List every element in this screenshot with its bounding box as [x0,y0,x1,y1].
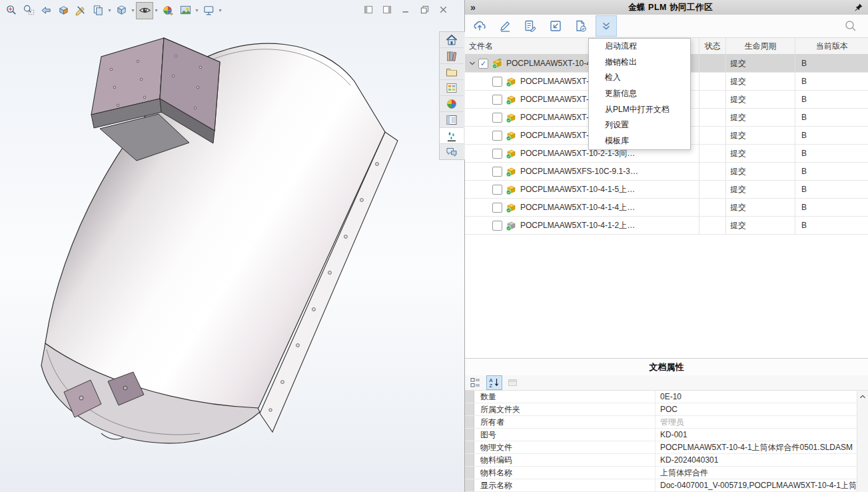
row-checkbox[interactable] [478,59,488,69]
task-tab-file-explorer[interactable] [440,64,464,80]
task-tab-view-palette[interactable] [440,80,464,96]
menu-item-0[interactable]: 启动流程 [589,39,690,55]
version-cell: B [795,91,868,108]
chevron-down-icon[interactable]: ▾ [107,7,113,13]
menu-item-4[interactable]: 从PLM中打开文档 [589,102,690,118]
close-button[interactable] [436,3,450,16]
property-row[interactable]: 物料编码KD-2024040301 [465,454,857,467]
document-check-button[interactable] [570,15,592,37]
chevron-down-icon[interactable]: ▾ [130,7,136,13]
previous-view-button[interactable] [37,2,55,19]
table-row[interactable]: POCPLMAAW5XT-10-4-1-4上…提交B [465,199,868,217]
properties-scrollbar[interactable] [857,391,868,492]
menu-item-3[interactable]: 更新信息 [589,86,690,102]
part-file-icon [506,202,517,213]
property-row[interactable]: 所有者管理员 [465,416,857,429]
pin-icon[interactable] [848,3,868,13]
zoom-to-fit-button[interactable] [3,2,20,19]
restore-button[interactable] [418,3,432,16]
upload-button[interactable] [469,15,490,37]
menu-item-6[interactable]: 模板库 [589,133,690,149]
chevron-down-icon[interactable]: ▾ [153,7,159,13]
task-tab-solidworks-forum[interactable] [440,144,464,159]
status-cell [699,181,725,198]
hide-show-items-button[interactable] [136,2,153,19]
menu-item-5[interactable]: 列设置 [589,117,690,133]
table-row[interactable]: POCPLMAAW5XT-10-4-1-2上…提交B [465,217,868,235]
task-tab-design-library[interactable] [440,48,464,64]
sort-alphabetical-button[interactable]: AZ [486,375,502,390]
property-value: 管理员 [655,416,857,428]
property-row[interactable]: 数量0E-10 [465,391,857,403]
task-tab-appearances-scenes[interactable] [440,96,464,112]
property-value: Doc-0407001_V-005719,POCPLMAAW5XT-10-4-1… [655,479,857,491]
row-checkbox[interactable] [492,167,502,177]
task-tab-plm-workspace[interactable] [440,128,464,144]
minimize-icon [400,4,412,15]
pane-left-button[interactable] [362,3,376,16]
cad-viewport[interactable]: ▾▾▾▾▾ [0,0,464,492]
status-cell [699,199,725,216]
row-checkbox[interactable] [492,221,502,231]
minimize-button[interactable] [399,3,413,16]
row-checkbox[interactable] [492,77,502,87]
row-checkbox[interactable] [492,203,502,213]
property-row[interactable]: 物理文件POCPLMAAW5XT-10-4-1上筒体焊合件0501.SLDASM [465,441,857,454]
table-row[interactable]: POCPLMAAW5XT-10-4-1-5上…提交B [465,181,868,199]
more-actions-button[interactable] [596,15,617,37]
row-checkbox[interactable] [492,95,502,105]
status-cell [699,55,725,72]
property-row[interactable]: 显示名称Doc-0407001_V-005719,POCPLMAAW5XT-10… [465,479,857,492]
chevron-down-icon[interactable]: ▾ [217,7,223,13]
display-style-button[interactable] [89,2,107,19]
apply-scene-button[interactable] [177,2,194,19]
property-row[interactable]: 图号KD-001 [465,429,857,441]
column-header-2[interactable]: 生命周期 [725,38,795,54]
part-file-icon [506,112,517,123]
row-gutter [465,441,474,453]
property-row[interactable]: 所属文件夹POC [465,403,857,416]
menu-item-1[interactable]: 撤销检出 [589,55,690,71]
file-name: POCPLMAAW5XT-10-4- [506,59,594,68]
property-row[interactable]: 物料名称上筒体焊合件 [465,467,857,479]
edit-appearance-button[interactable] [159,2,177,19]
part-file-icon [506,220,517,231]
chevron-down-icon[interactable]: ▾ [194,7,200,13]
task-tab-custom-properties[interactable] [440,112,464,128]
custom-properties-icon [445,113,458,127]
menu-item-2[interactable]: 检入 [589,70,690,86]
panel-title: 金蝶 PLM 协同工作区 [493,2,848,13]
previous-view-icon [40,4,53,17]
view-orientation-button[interactable] [113,2,130,19]
table-row[interactable]: POCPLMAAW5XFS-10C-9.1-3…提交B [465,163,868,181]
edit-appearance-icon [162,4,175,17]
column-header-1[interactable]: 状态 [699,38,725,54]
edit-document-button[interactable] [520,15,541,37]
version-cell: B [795,73,868,90]
task-tab-solidworks-resources[interactable] [440,32,464,48]
row-checkbox[interactable] [492,185,502,195]
plm-panel-header: » 金蝶 PLM 协同工作区 [465,0,868,15]
panel-collapse-button[interactable]: » [465,2,493,13]
row-checkbox[interactable] [492,113,502,123]
checkout-edit-button[interactable] [494,15,516,37]
annotation-view-button[interactable] [72,2,89,19]
3d-model-sheet-metal-shell[interactable] [0,0,464,492]
more-actions-icon [599,19,614,33]
check-in-button[interactable] [545,15,566,37]
file-name: POCPLMAAW5XT-10 [520,131,598,140]
chevron-up-icon[interactable] [857,391,868,402]
tree-expand-icon[interactable] [468,59,478,68]
view-settings-button[interactable] [200,2,217,19]
zoom-to-area-button[interactable] [20,2,37,19]
pane-right-button[interactable] [380,3,394,16]
row-checkbox[interactable] [492,149,502,159]
assembly-file-icon [492,58,503,69]
section-view-button[interactable] [55,2,72,19]
row-checkbox[interactable] [492,131,502,141]
search-icon[interactable] [844,19,857,33]
display-style-icon [92,4,105,17]
sort-alphabetical-icon: AZ [488,377,500,389]
column-header-3[interactable]: 当前版本 [795,38,868,54]
categorized-button[interactable] [468,375,484,390]
